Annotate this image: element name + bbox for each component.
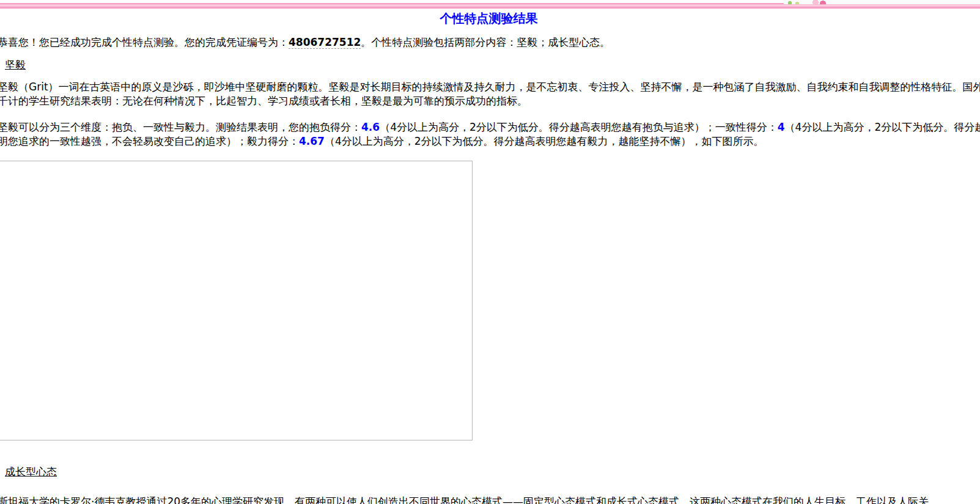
floral-decoration-image — [784, 0, 980, 4]
grit-section-heading: 坚毅 — [5, 59, 26, 71]
flower-icon — [802, 0, 830, 4]
grit-description: 坚毅（Grit）一词在古英语中的原义是沙砾，即沙堆中坚硬耐磨的颗粒。坚毅是对长期… — [0, 80, 980, 108]
scores-text-4: （4分以上为高分，2分以下为低分。得分越高表明您越有毅力，越能坚持不懈），如下图… — [325, 135, 764, 147]
intro-text-before: 恭喜您！您已经成功完成个性特点测验。您的完成凭证编号为： — [0, 36, 289, 48]
title-row: 个性特点测验结果 — [0, 11, 980, 26]
grit-scores-paragraph: 坚毅可以分为三个维度：抱负、一致性与毅力。测验结果表明，您的抱负得分：4.6（4… — [0, 120, 980, 148]
certificate-number: 4806727512 — [289, 36, 361, 49]
scores-text-2: （4分以上为高分，2分以下为低分。得分越高表明您越有抱负与追求）；一致性得分： — [380, 121, 778, 133]
page-title: 个性特点测验结果 — [440, 11, 538, 26]
consistency-score-value: 4 — [778, 121, 785, 133]
grit-section: 坚毅 — [0, 58, 980, 72]
growth-mindset-heading: 成长型心态 — [5, 466, 57, 478]
ambition-score-value: 4.6 — [361, 121, 380, 133]
grit-chart-box — [0, 161, 473, 440]
perseverance-score-value: 4.67 — [299, 135, 325, 147]
growth-mindset-section: 成长型心态 — [0, 465, 980, 479]
ribbon-curve-graphic — [869, 0, 980, 4]
intro-paragraph: 恭喜您！您已经成功完成个性特点测验。您的完成凭证编号为：4806727512。个… — [0, 35, 980, 49]
intro-text-after: 。个性特点测验包括两部分内容：坚毅；成长型心态。 — [361, 36, 610, 48]
top-banner — [0, 0, 980, 9]
growth-mindset-description: 斯坦福大学的卡罗尔·德韦克教授通过20多年的心理学研究发现，有两种可以使人们创造… — [0, 495, 980, 504]
leaf-icon — [784, 0, 805, 4]
results-page-content: 个性特点测验结果 恭喜您！您已经成功完成个性特点测验。您的完成凭证编号为：480… — [0, 11, 980, 504]
scores-text-1: 坚毅可以分为三个维度：抱负、一致性与毅力。测验结果表明，您的抱负得分： — [0, 121, 361, 133]
